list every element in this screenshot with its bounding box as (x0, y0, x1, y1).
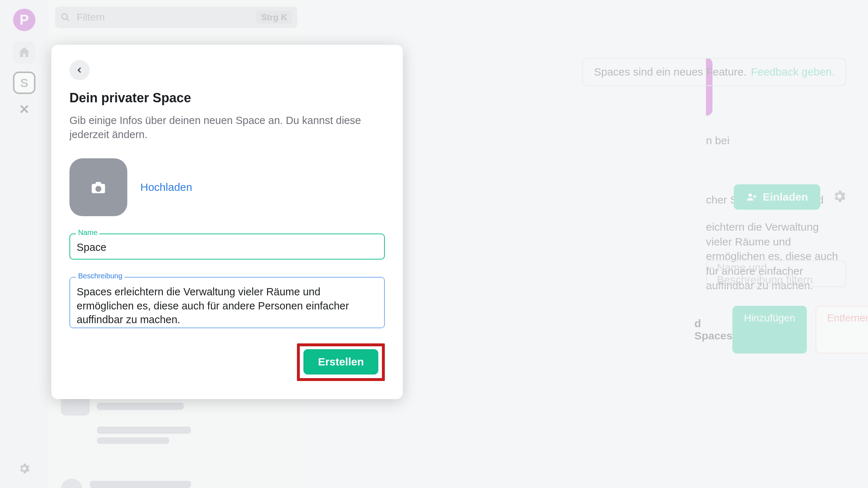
space-settings-button[interactable] (832, 189, 847, 205)
filter-bar[interactable]: Filtern Strg K (55, 7, 297, 28)
nav-home[interactable] (13, 41, 35, 64)
invite-button[interactable]: Einladen (734, 184, 820, 210)
home-icon (17, 46, 31, 59)
banner-text: Spaces sind ein neues Feature. (594, 66, 746, 78)
svg-point-0 (62, 14, 67, 19)
modal-title: Dein privater Space (69, 90, 385, 106)
camera-icon (90, 179, 107, 195)
modal-back-button[interactable] (69, 60, 90, 80)
nav-rail: P S ✕ (0, 0, 48, 488)
name-label: Name (76, 228, 99, 237)
name-field: Name (69, 234, 385, 260)
svg-line-1 (67, 19, 69, 21)
rooms-filter-input[interactable]: Name und Beschreibung filtern (706, 260, 846, 287)
create-highlight: Erstellen (297, 343, 385, 381)
description-input[interactable] (69, 277, 385, 328)
chevron-left-icon (76, 66, 84, 74)
user-avatar[interactable]: P (13, 9, 35, 31)
nav-space[interactable]: S (13, 72, 35, 94)
add-button[interactable]: Hinzufügen (732, 306, 807, 354)
modal-subtitle: Gib einige Infos über deinen neuen Space… (69, 114, 366, 142)
filter-placeholder: Filtern (77, 12, 250, 23)
nav-settings[interactable] (18, 462, 31, 476)
name-input[interactable] (69, 234, 385, 260)
section-title: d Spaces (694, 317, 732, 342)
gear-icon (832, 189, 847, 204)
filter-kbd: Strg K (256, 11, 292, 24)
avatar-upload-tile[interactable] (69, 158, 127, 216)
remove-button[interactable]: Entfernen (816, 306, 868, 354)
nav-close-icon[interactable]: ✕ (19, 102, 30, 117)
feedback-banner: Spaces sind ein neues Feature. Feedback … (582, 58, 846, 86)
invite-icon (746, 192, 757, 202)
section-row: d Spaces Hinzufügen Entfernen Als nicht … (694, 306, 846, 354)
create-space-modal: Dein privater Space Gib einige Infos übe… (51, 45, 403, 399)
description-field: Beschreibung (69, 277, 385, 330)
create-button[interactable]: Erstellen (303, 349, 378, 374)
description-label: Beschreibung (76, 272, 124, 280)
feedback-link[interactable]: Feedback geben. (751, 66, 835, 78)
svg-point-2 (748, 193, 752, 197)
upload-link[interactable]: Hochladen (140, 181, 192, 193)
peek-text: n bei (706, 134, 729, 147)
search-icon (60, 12, 71, 23)
gear-icon (18, 462, 31, 475)
